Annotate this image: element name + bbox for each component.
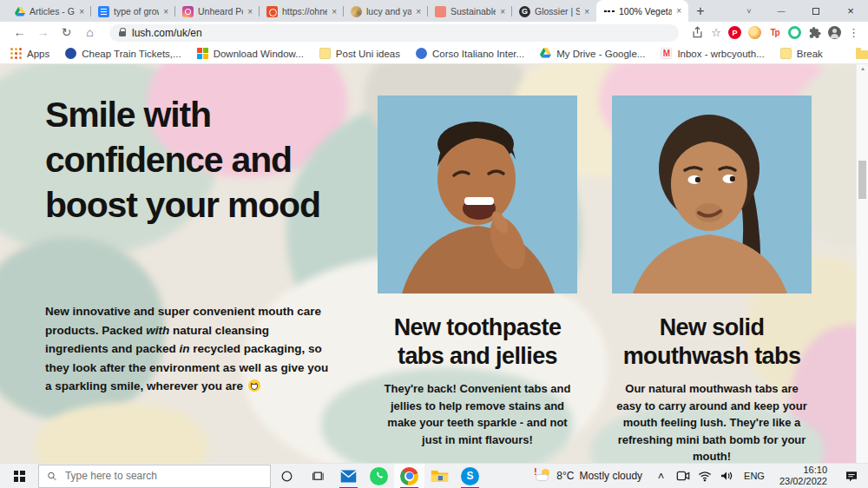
close-tab-icon[interactable]: × xyxy=(676,6,681,16)
home-icon[interactable]: ⌂ xyxy=(79,22,101,43)
bookmark-star-icon[interactable]: ☆ xyxy=(711,26,721,39)
language-indicator[interactable]: ENG xyxy=(737,471,772,481)
task-view-icon xyxy=(312,470,325,483)
taskbar-mail-app[interactable] xyxy=(333,464,364,488)
browser-tab-instagram[interactable]: Unheard Poet × xyxy=(175,1,260,22)
padlock-icon[interactable] xyxy=(119,31,126,36)
share-icon[interactable] xyxy=(691,26,704,39)
back-icon[interactable]: ← xyxy=(9,22,30,43)
bookmark-inbox[interactable]: Inbox - wrbcyouth... xyxy=(661,48,764,59)
close-tab-icon[interactable]: × xyxy=(163,7,168,16)
bookmark-download-windows[interactable]: Download Window... xyxy=(197,48,304,59)
scrollbar-thumb[interactable] xyxy=(858,161,866,199)
taskbar-whatsapp-app[interactable] xyxy=(364,464,394,488)
whatsapp-icon xyxy=(370,467,388,485)
column-mouthwash: New solid mouthwash tabs Our natural mou… xyxy=(612,96,812,463)
browser-tab-ohne[interactable]: https://ohne. × xyxy=(260,1,344,22)
ohne-site-icon xyxy=(266,6,278,17)
meet-now-icon[interactable] xyxy=(672,470,694,482)
chrome-menu-kebab-icon[interactable]: ⋮ xyxy=(848,26,859,39)
new-tab-button[interactable]: + xyxy=(688,1,713,22)
bookmark-corso-italiano[interactable]: Corso Italiano Inter... xyxy=(416,48,524,59)
cortana-button[interactable] xyxy=(271,464,302,488)
notification-icon xyxy=(845,470,858,483)
close-tab-icon[interactable]: × xyxy=(79,7,84,16)
address-bar[interactable]: lush.com/uk/en xyxy=(109,24,679,42)
close-tab-icon[interactable]: × xyxy=(247,7,253,16)
url-text[interactable]: lush.com/uk/en xyxy=(132,27,202,39)
hidden-icons-chevron-icon[interactable]: ˄ xyxy=(650,470,672,483)
start-button[interactable] xyxy=(0,464,38,488)
profile-avatar[interactable] xyxy=(828,26,841,39)
taskbar-chrome-app[interactable] xyxy=(394,464,424,488)
browser-tab-articles[interactable]: Articles - Goo × xyxy=(7,1,91,22)
weather-cloud-icon xyxy=(534,467,551,485)
pinterest-extension-icon[interactable]: P xyxy=(728,26,741,39)
webpage-viewport: Smile with confidence and boost your moo… xyxy=(0,64,868,463)
note-icon xyxy=(319,48,331,59)
column-toothpaste: New toothpaste tabs and jellies They're … xyxy=(378,96,577,448)
close-tab-icon[interactable]: × xyxy=(500,7,505,16)
column-text: They're back! Convenient tabs and jellie… xyxy=(378,380,577,448)
bookmark-my-drive[interactable]: My Drive - Google... xyxy=(540,48,645,59)
clock-date: 23/02/2022 xyxy=(779,476,827,487)
extensions-puzzle-icon[interactable] xyxy=(808,26,821,39)
close-tab-icon[interactable]: × xyxy=(584,7,589,16)
weather-desc: Mostly cloudy xyxy=(579,470,642,482)
hero-text-italic: in xyxy=(180,342,190,355)
bookmark-cheap-train-tickets[interactable]: Cheap Train Tickets,... xyxy=(65,48,181,59)
reload-icon[interactable]: ↻ xyxy=(56,22,77,43)
bookmark-label: Corso Italiano Inter... xyxy=(432,49,524,59)
bookmark-break[interactable]: Break xyxy=(780,48,823,59)
trustpilot-extension-icon[interactable]: Tp xyxy=(768,26,781,39)
bookmarks-bar: Apps Cheap Train Tickets,... Download Wi… xyxy=(0,43,868,64)
taskbar-search[interactable] xyxy=(38,465,271,488)
tab-title: Articles - Goo xyxy=(30,6,75,16)
orange-extension-icon[interactable] xyxy=(748,26,761,39)
minimize-button[interactable]: — xyxy=(764,0,799,22)
browser-toolbar: ← → ↻ ⌂ lush.com/uk/en ☆ P Tp ⋮ xyxy=(0,22,868,43)
scroll-up-icon[interactable]: ▴ xyxy=(857,65,868,72)
browser-tab-sustainable[interactable]: Sustainable N × xyxy=(428,1,512,22)
taskbar-skype-app[interactable]: S xyxy=(455,464,485,488)
close-tab-icon[interactable]: × xyxy=(332,7,337,16)
photo-woman-swishing xyxy=(612,96,812,293)
browser-tab-glossier[interactable]: G Glossier | Ski × xyxy=(512,1,596,22)
volume-icon[interactable] xyxy=(715,470,737,482)
hero-text-italic: with xyxy=(146,324,169,337)
forward-icon[interactable]: → xyxy=(32,22,54,43)
task-view-button[interactable] xyxy=(302,464,333,488)
close-window-button[interactable]: × xyxy=(833,0,868,22)
taskbar-file-explorer-app[interactable] xyxy=(424,464,455,488)
taskbar-weather[interactable]: 8°C Mostly cloudy xyxy=(526,467,650,485)
gmail-icon xyxy=(661,48,672,59)
maximize-button[interactable] xyxy=(799,0,833,22)
tab-search-icon[interactable]: ˅ xyxy=(734,0,764,22)
browser-tab-docs[interactable]: type of growt × xyxy=(91,1,175,22)
search-input[interactable] xyxy=(65,470,262,482)
bookmark-label: Inbox - wrbcyouth... xyxy=(677,49,764,59)
close-tab-icon[interactable]: × xyxy=(416,7,421,16)
apps-shortcut[interactable]: Apps xyxy=(10,48,49,59)
tab-title: Glossier | Ski xyxy=(535,6,580,16)
bookmark-post-uni-ideas[interactable]: Post Uni ideas xyxy=(319,48,400,59)
page-scrollbar[interactable]: ▴ xyxy=(856,64,868,463)
browser-tab-lucy-and-yak[interactable]: lucy and yak × xyxy=(344,1,428,22)
wifi-icon[interactable] xyxy=(694,471,715,482)
desktop-screen: Articles - Goo × type of growt × Unheard… xyxy=(0,0,868,488)
taskbar-clock[interactable]: 16:10 23/02/2022 xyxy=(772,465,835,487)
other-bookmarks-button[interactable]: Other bookmarks xyxy=(856,48,868,59)
action-center-button[interactable] xyxy=(835,464,868,488)
google-docs-icon xyxy=(98,6,109,17)
weather-temp: 8°C xyxy=(556,470,574,482)
green-extension-icon[interactable] xyxy=(788,26,801,39)
system-tray: 8°C Mostly cloudy ˄ ENG 16:10 23/02/2022 xyxy=(526,464,868,488)
note-icon xyxy=(780,48,792,59)
chrome-icon xyxy=(400,467,418,485)
column-heading: New toothpaste tabs and jellies xyxy=(378,313,577,371)
browser-tab-lush-active[interactable]: 100% Vegeta × xyxy=(596,0,688,22)
sustainable-site-icon xyxy=(435,6,446,17)
toolbar-right: ☆ P Tp ⋮ xyxy=(687,26,859,39)
browser-tab-strip: Articles - Goo × type of growt × Unheard… xyxy=(0,0,868,22)
bookmark-label: Post Uni ideas xyxy=(336,49,400,59)
